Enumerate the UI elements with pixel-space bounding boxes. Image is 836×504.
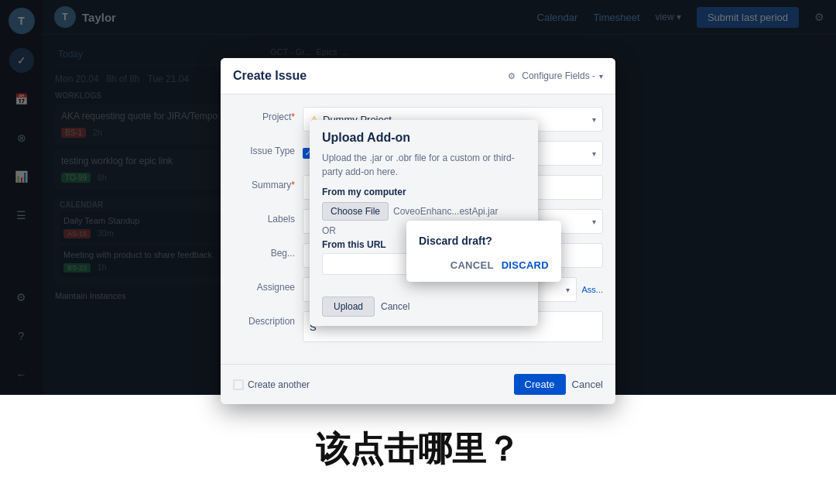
upload-addon-title: Upload Add-on bbox=[322, 131, 526, 145]
labels-chevron-icon: ▾ bbox=[592, 218, 596, 226]
create-another-checkbox[interactable] bbox=[233, 379, 244, 390]
file-input-row: Choose File CoveoEnhanc...estApi.jar bbox=[322, 202, 526, 221]
discard-cancel-button[interactable]: CANCEL bbox=[451, 259, 494, 271]
begin-label: Beg... bbox=[233, 243, 303, 259]
gear-icon: ⚙ bbox=[508, 71, 516, 81]
create-button[interactable]: Create bbox=[514, 374, 566, 395]
from-my-computer-label: From my computer bbox=[322, 187, 526, 197]
file-name-label: CoveoEnhanc...estApi.jar bbox=[393, 206, 498, 217]
assignee-label: Assignee bbox=[233, 277, 303, 293]
configure-fields-button[interactable]: ⚙ Configure Fields - ▾ bbox=[508, 70, 603, 81]
issue-type-chevron-icon: ▾ bbox=[592, 149, 596, 158]
assignee-chevron-icon: ▾ bbox=[566, 286, 570, 294]
discard-confirm-button[interactable]: DISCARD bbox=[502, 259, 549, 271]
cancel-issue-button[interactable]: Cancel bbox=[572, 379, 603, 390]
discard-draft-title: Discard draft? bbox=[419, 235, 549, 247]
create-issue-modal-footer: Create another Create Cancel bbox=[221, 364, 615, 404]
upload-btn-row: Upload Cancel bbox=[310, 290, 538, 326]
upload-addon-header: Upload Add-on Upload the .jar or .obr fi… bbox=[310, 120, 538, 197]
discard-buttons: CANCEL DISCARD bbox=[419, 259, 549, 271]
cancel-upload-button[interactable]: Cancel bbox=[381, 297, 409, 317]
chevron-down-icon: ▾ bbox=[599, 72, 603, 81]
upload-addon-description: Upload the .jar or .obr file for a custo… bbox=[322, 151, 526, 179]
choose-file-button[interactable]: Choose File bbox=[322, 202, 389, 221]
configure-fields-label: Configure Fields - bbox=[522, 70, 595, 81]
issue-type-label: Issue Type bbox=[233, 141, 303, 156]
create-issue-modal-header: Create Issue ⚙ Configure Fields - ▾ bbox=[221, 58, 615, 94]
project-chevron-icon: ▾ bbox=[592, 115, 596, 124]
assign-to-me-link[interactable]: Ass... bbox=[581, 285, 603, 294]
discard-draft-dialog: Discard draft? CANCEL DISCARD bbox=[406, 221, 561, 282]
labels-label: Labels bbox=[233, 209, 303, 225]
project-label: Project* bbox=[233, 107, 303, 122]
description-label: Description bbox=[233, 311, 303, 327]
summary-label: Summary* bbox=[233, 175, 303, 190]
bottom-question-text: 该点击哪里？ bbox=[0, 427, 836, 472]
create-issue-title: Create Issue bbox=[233, 69, 307, 83]
bottom-question-area: 该点击哪里？ bbox=[0, 395, 836, 504]
upload-button[interactable]: Upload bbox=[322, 297, 375, 317]
create-another-checkbox-label: Create another bbox=[233, 379, 310, 390]
